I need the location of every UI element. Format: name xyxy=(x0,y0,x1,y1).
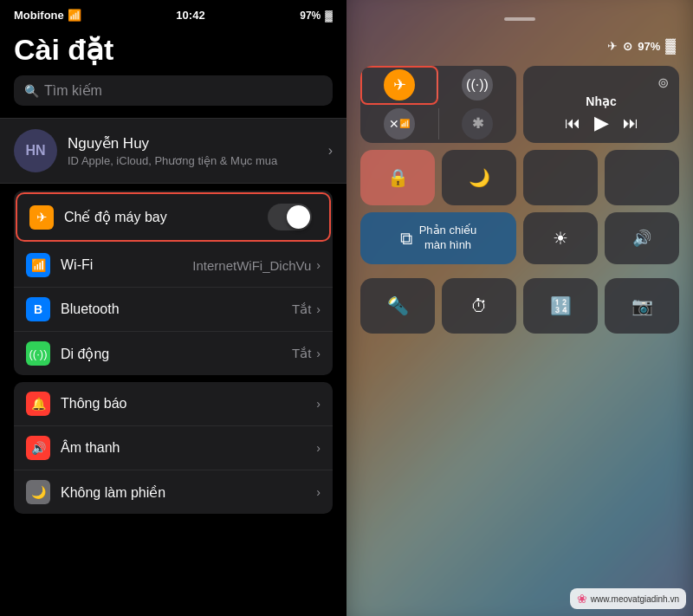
cc-mirror-icon: ⧉ xyxy=(400,229,412,249)
wifi-settings-icon: 📶 xyxy=(26,253,50,277)
cc-airplay-icon[interactable]: ⊚ xyxy=(657,75,669,91)
cc-volume-button[interactable]: 🔊 xyxy=(605,212,679,264)
cc-airplane-icon: ✈ xyxy=(607,39,618,53)
cc-battery-bar: ▓ xyxy=(665,38,676,54)
settings-panel: Mobifone 📶 10:42 97% ▓ Cài đặt 🔍 Tìm kiế… xyxy=(0,0,346,616)
bluetooth-chevron: › xyxy=(316,302,321,316)
cc-rotation-icon: 🔒 xyxy=(387,167,409,188)
search-input[interactable]: Tìm kiếm xyxy=(44,82,102,99)
cc-bluetooth-button[interactable]: ✱ xyxy=(438,105,516,144)
bluetooth-value: Tắt xyxy=(292,302,311,317)
user-profile[interactable]: HN Nguyễn Huy ID Apple, iCloud, Phương t… xyxy=(0,118,346,184)
airplane-icon: ✈ xyxy=(29,205,54,230)
control-center-content: ✈ ⊙ 97% ▓ ✈ ((·)) ✕📶 xyxy=(346,0,693,342)
cc-empty-2 xyxy=(605,150,679,205)
cellular-value: Tắt xyxy=(292,346,311,361)
sound-icon: 🔊 xyxy=(26,436,50,460)
cc-mirror-button[interactable]: ⧉ Phản chiếu màn hình xyxy=(360,212,516,264)
toggle-thumb xyxy=(287,205,310,229)
status-left: Mobifone 📶 xyxy=(14,9,81,22)
cc-volume-icon: 🔊 xyxy=(632,229,651,248)
battery-icon: ▓ xyxy=(325,10,333,22)
cc-brightness-button[interactable]: ☀ xyxy=(523,212,598,264)
time-label: 10:42 xyxy=(176,9,204,22)
cc-timer-button[interactable]: ⏱ xyxy=(442,278,516,334)
airplane-label: Chế độ máy bay xyxy=(64,209,268,225)
cc-camera-icon: 📷 xyxy=(631,295,653,316)
cc-calculator-icon: 🔢 xyxy=(550,295,572,316)
settings-group-general: 🔔 Thông báo › 🔊 Âm thanh › 🌙 Không làm p… xyxy=(14,382,333,514)
cc-rotation-button[interactable]: 🔒 xyxy=(360,150,435,205)
cellular-icon: ((·)) xyxy=(26,341,50,366)
cc-status-bar: ✈ ⊙ 97% ▓ xyxy=(360,38,679,54)
cc-dnd-moon-icon: 🌙 xyxy=(469,167,490,188)
cc-calculator-button[interactable]: 🔢 xyxy=(523,278,598,334)
search-bar[interactable]: 🔍 Tìm kiếm xyxy=(14,75,333,106)
user-info: Nguyễn Huy ID Apple, iCloud, Phương tiện… xyxy=(68,134,318,167)
cc-music-top: ⊚ xyxy=(534,75,669,91)
avatar: HN xyxy=(14,129,57,172)
airplane-toggle[interactable] xyxy=(268,204,312,230)
cellular-label: Di động xyxy=(61,346,292,362)
cc-bottom-row: 🔦 ⏱ 🔢 📷 xyxy=(360,278,679,334)
dnd-icon: 🌙 xyxy=(26,480,50,504)
cc-flashlight-button[interactable]: 🔦 xyxy=(360,278,435,334)
wifi-value: InternetWiFi_DichVu xyxy=(192,258,311,273)
cc-dnd-button[interactable]: 🌙 xyxy=(442,150,516,205)
settings-item-sounds[interactable]: 🔊 Âm thanh › xyxy=(14,426,333,470)
sounds-chevron: › xyxy=(316,441,321,455)
wifi-icon: 📶 xyxy=(68,9,81,22)
cc-brightness-icon: ☀ xyxy=(553,228,568,249)
cc-music-block[interactable]: ⊚ Nhạc ⏮ ▶ ⏭ xyxy=(523,66,679,143)
search-icon: 🔍 xyxy=(24,84,39,98)
cc-no-wifi-icon-btn: ✕📶 xyxy=(384,108,415,139)
settings-item-dnd[interactable]: 🌙 Không làm phiền › xyxy=(14,470,333,514)
settings-item-cellular[interactable]: ((·)) Di động Tắt › xyxy=(14,332,333,375)
notifications-chevron: › xyxy=(316,397,321,411)
wifi-chevron: › xyxy=(316,258,321,272)
user-subtitle: ID Apple, iCloud, Phương tiện & Mục mua xyxy=(68,154,318,167)
cc-wifi-icon-btn: ((·)) xyxy=(462,69,493,101)
cc-battery-label: 97% xyxy=(638,40,660,53)
cc-empty-1 xyxy=(523,150,598,205)
status-bar: Mobifone 📶 10:42 97% ▓ xyxy=(0,0,346,25)
watermark-flower-icon: ❀ xyxy=(577,592,587,606)
notifications-label: Thông báo xyxy=(61,396,316,412)
watermark-text: www.meovatgiadinh.vn xyxy=(591,594,679,604)
status-right: 97% ▓ xyxy=(300,10,333,22)
cc-camera-button[interactable]: 📷 xyxy=(605,278,679,334)
settings-item-wifi[interactable]: 📶 Wi-Fi InternetWiFi_DichVu › xyxy=(14,243,333,288)
cc-flashlight-icon: 🔦 xyxy=(387,295,409,316)
carrier-label: Mobifone xyxy=(14,9,64,22)
cc-no-wifi-button[interactable]: ✕📶 xyxy=(360,105,438,144)
cc-airplane-icon-btn: ✈ xyxy=(384,69,415,101)
watermark: ❀ www.meovatgiadinh.vn xyxy=(570,588,686,609)
user-name: Nguyễn Huy xyxy=(68,134,318,152)
cc-mirror-label: Phản chiếu màn hình xyxy=(419,224,477,253)
cc-grid: ✈ ((·)) ✕📶 ✱ ⊚ xyxy=(360,66,679,271)
settings-group-connectivity: ✈ Chế độ máy bay 📶 Wi-Fi InternetWiFi_Di… xyxy=(14,191,333,375)
page-title: Cài đặt xyxy=(0,25,346,75)
settings-item-notifications[interactable]: 🔔 Thông báo › xyxy=(14,382,333,426)
chevron-icon: › xyxy=(328,143,333,159)
cc-wifi-button[interactable]: ((·)) xyxy=(438,66,516,105)
bluetooth-label: Bluetooth xyxy=(61,302,292,317)
notification-icon: 🔔 xyxy=(26,392,50,416)
settings-item-airplane[interactable]: ✈ Chế độ máy bay xyxy=(16,192,331,242)
dnd-label: Không làm phiền xyxy=(61,484,316,501)
drag-indicator xyxy=(504,17,535,21)
cc-connectivity-block: ✈ ((·)) ✕📶 ✱ xyxy=(360,66,516,143)
battery-percentage: 97% xyxy=(300,10,321,22)
cc-prev-button[interactable]: ⏮ xyxy=(565,114,580,133)
cc-next-button[interactable]: ⏭ xyxy=(623,114,638,133)
cc-play-button[interactable]: ▶ xyxy=(594,112,609,134)
bluetooth-icon: B xyxy=(26,297,50,321)
cc-airplane-button[interactable]: ✈ xyxy=(360,66,438,105)
dnd-chevron: › xyxy=(316,485,321,499)
cc-timer-icon: ⏱ xyxy=(470,296,488,316)
sounds-label: Âm thanh xyxy=(61,440,316,456)
settings-item-bluetooth[interactable]: B Bluetooth Tắt › xyxy=(14,288,333,332)
wifi-label: Wi-Fi xyxy=(61,257,192,273)
cc-music-controls: ⏮ ▶ ⏭ xyxy=(534,112,669,134)
control-center-panel: ✈ ⊙ 97% ▓ ✈ ((·)) ✕📶 xyxy=(346,0,693,616)
